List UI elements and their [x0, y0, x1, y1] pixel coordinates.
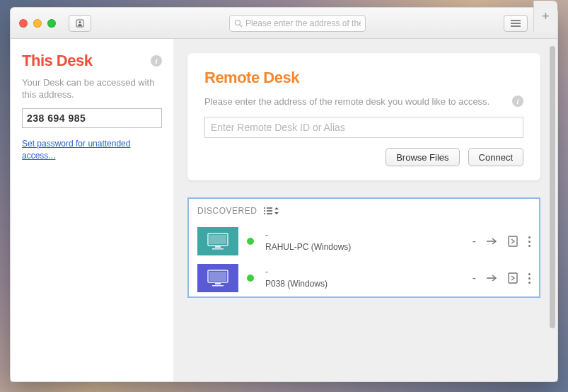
svg-rect-21	[215, 283, 221, 284]
this-desk-title: This Desk	[22, 52, 92, 70]
discovered-header: DISCOVERED	[197, 206, 257, 216]
svg-rect-24	[509, 273, 517, 283]
svg-point-1	[79, 21, 81, 23]
close-icon[interactable]	[19, 19, 28, 28]
this-desk-address-input[interactable]	[22, 108, 162, 128]
connect-button[interactable]: Connect	[468, 148, 523, 166]
info-icon[interactable]: i	[151, 55, 162, 67]
address-search[interactable]	[229, 15, 366, 32]
set-password-link[interactable]: Set password for unattended access...	[22, 138, 162, 162]
svg-rect-16	[212, 248, 224, 250]
discovered-row[interactable]: -RAHUL-PC (Windows)-	[189, 223, 539, 260]
svg-rect-18	[509, 236, 517, 246]
address-book-button[interactable]	[69, 15, 91, 32]
row-alias: -	[265, 229, 464, 241]
new-tab-button[interactable]: +	[533, 1, 557, 32]
address-book-icon	[76, 19, 84, 28]
discovered-list: -RAHUL-PC (Windows)--P038 (Windows)-	[189, 223, 539, 296]
row-name: RAHUL-PC (Windows)	[265, 241, 464, 253]
row-status: -	[473, 235, 476, 248]
row-alias: -	[265, 266, 464, 278]
titlebar: +	[11, 8, 557, 39]
more-menu-icon[interactable]	[528, 236, 531, 247]
monitor-thumb	[197, 264, 238, 292]
row-name: P038 (Windows)	[265, 278, 464, 290]
svg-rect-22	[212, 285, 224, 287]
maximize-icon[interactable]	[47, 19, 56, 28]
monitor-thumb	[197, 227, 238, 255]
menu-button[interactable]	[504, 15, 528, 32]
address-search-input[interactable]	[245, 18, 361, 28]
browse-files-button[interactable]: Browse Files	[386, 148, 459, 166]
svg-line-3	[240, 25, 242, 27]
minimize-icon[interactable]	[33, 19, 42, 28]
remote-desk-desc: Please enter the address of the remote d…	[204, 96, 505, 108]
row-status: -	[473, 272, 476, 284]
scrollbar[interactable]	[550, 46, 555, 374]
discovered-row[interactable]: -P038 (Windows)-	[189, 260, 539, 296]
online-status-icon	[247, 238, 254, 245]
row-actions: -	[473, 272, 531, 284]
list-icon	[264, 207, 272, 214]
row-text: -P038 (Windows)	[262, 266, 464, 290]
file-transfer-icon[interactable]	[507, 236, 518, 247]
sort-icon	[274, 207, 279, 214]
row-text: -RAHUL-PC (Windows)	[262, 229, 464, 253]
more-menu-icon[interactable]	[528, 273, 531, 284]
remote-desk-card: Remote Desk Please enter the address of …	[187, 53, 540, 180]
discovered-section: DISCOVERED -RAHUL-PC (Windows)--P038 (Wi…	[187, 197, 540, 298]
search-icon	[234, 19, 243, 28]
info-icon[interactable]: i	[512, 96, 523, 107]
svg-rect-14	[209, 235, 226, 244]
svg-rect-20	[209, 272, 226, 281]
row-actions: -	[473, 235, 531, 248]
svg-rect-15	[215, 246, 221, 248]
app-window: + This Desk i Your Desk can be accessed …	[10, 7, 558, 382]
svg-point-2	[236, 20, 240, 25]
content-body: This Desk i Your Desk can be accessed wi…	[11, 39, 557, 381]
main-panel: Remote Desk Please enter the address of …	[173, 39, 557, 381]
remote-desk-title: Remote Desk	[204, 69, 523, 87]
view-toggle-button[interactable]	[264, 207, 279, 214]
file-transfer-icon[interactable]	[507, 272, 518, 284]
window-controls	[19, 19, 56, 28]
sidebar: This Desk i Your Desk can be accessed wi…	[11, 39, 173, 381]
connect-arrow-icon[interactable]	[486, 272, 497, 284]
this-desk-desc: Your Desk can be accessed with this addr…	[22, 77, 162, 101]
connect-arrow-icon[interactable]	[486, 236, 497, 247]
remote-desk-input[interactable]	[204, 117, 523, 138]
hamburger-icon	[511, 20, 521, 27]
online-status-icon	[247, 275, 254, 282]
